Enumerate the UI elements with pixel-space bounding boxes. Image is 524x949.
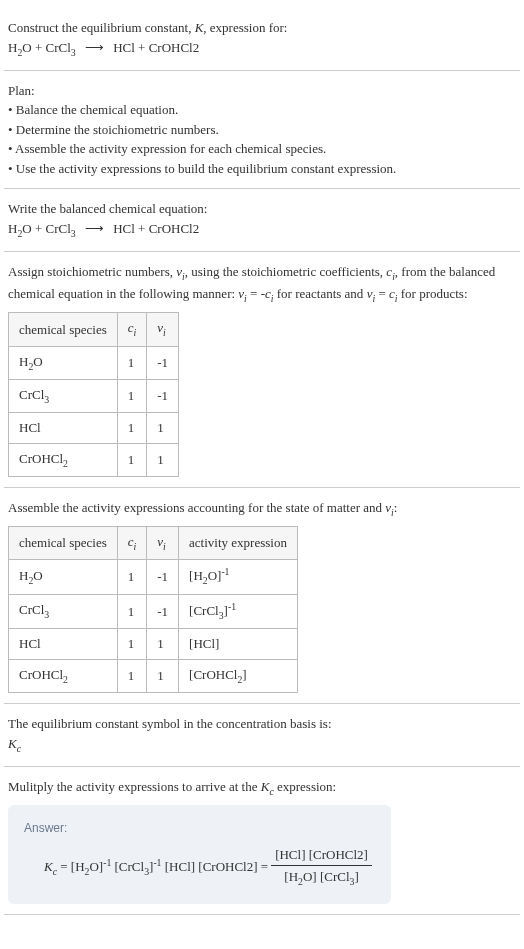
col-species: chemical species [9,313,118,346]
cell-species: HCl [9,413,118,444]
cell-species: CrOHCl2 [9,443,118,476]
cell-species: CrCl3 [9,594,118,629]
stoich-text: Assign stoichiometric numbers, νi, using… [8,262,516,306]
cell-expr: [H2O]-1 [179,560,298,595]
cell-v: 1 [147,629,179,660]
multiply-text: Mulitply the activity expressions to arr… [8,777,516,799]
cell-species: HCl [9,629,118,660]
answer-denominator: [H2O] [CrCl3] [271,866,372,889]
col-vi: νi [147,526,179,559]
cell-c: 1 [117,560,147,595]
activity-table: chemical species ci νi activity expressi… [8,526,298,693]
stoich-section: Assign stoichiometric numbers, νi, using… [4,252,520,488]
balanced-section: Write the balanced chemical equation: H2… [4,189,520,252]
table-row: HCl 1 1 [HCl] [9,629,298,660]
cell-v: -1 [147,594,179,629]
cell-c: 1 [117,346,147,379]
col-vi: νi [147,313,179,346]
answer-box: Answer: Kc = [H2O]-1 [CrCl3]-1 [HCl] [Cr… [8,805,391,904]
col-ci: ci [117,313,147,346]
cell-species: CrCl3 [9,379,118,412]
cell-species: H2O [9,346,118,379]
cell-c: 1 [117,413,147,444]
plan-heading: Plan: [8,81,516,101]
cell-expr: [CrOHCl2] [179,659,298,692]
plan-item: Balance the chemical equation. [8,100,516,120]
cell-c: 1 [117,443,147,476]
table-row: CrCl3 1 -1 [CrCl3]-1 [9,594,298,629]
table-row: H2O 1 -1 [9,346,179,379]
table-row: CrCl3 1 -1 [9,379,179,412]
answer-equation: Kc = [H2O]-1 [CrCl3]-1 [HCl] [CrOHCl2] =… [24,845,375,890]
intro-line: Construct the equilibrium constant, K, e… [8,18,516,38]
answer-label: Answer: [24,819,375,837]
cell-v: -1 [147,346,179,379]
cell-c: 1 [117,594,147,629]
balanced-equation: H2O + CrCl3 ⟶ HCl + CrOHCl2 [8,219,516,241]
cell-v: -1 [147,560,179,595]
cell-v: -1 [147,379,179,412]
cell-species: H2O [9,560,118,595]
activity-text: Assemble the activity expressions accoun… [8,498,516,520]
plan-item: Use the activity expressions to build th… [8,159,516,179]
cell-c: 1 [117,629,147,660]
balanced-heading: Write the balanced chemical equation: [8,199,516,219]
intro-section: Construct the equilibrium constant, K, e… [4,8,520,71]
symbol-text: The equilibrium constant symbol in the c… [8,714,516,734]
table-row: H2O 1 -1 [H2O]-1 [9,560,298,595]
activity-section: Assemble the activity expressions accoun… [4,488,520,704]
table-row: HCl 1 1 [9,413,179,444]
col-ci: ci [117,526,147,559]
cell-expr: [HCl] [179,629,298,660]
cell-v: 1 [147,413,179,444]
cell-c: 1 [117,659,147,692]
col-expr: activity expression [179,526,298,559]
plan-list: Balance the chemical equation. Determine… [8,100,516,178]
plan-section: Plan: Balance the chemical equation. Det… [4,71,520,190]
plan-item: Assemble the activity expression for eac… [8,139,516,159]
multiply-section: Mulitply the activity expressions to arr… [4,767,520,915]
cell-expr: [CrCl3]-1 [179,594,298,629]
table-header-row: chemical species ci νi activity expressi… [9,526,298,559]
intro-equation: H2O + CrCl3 ⟶ HCl + CrOHCl2 [8,38,516,60]
answer-fraction: [HCl] [CrOHCl2] [H2O] [CrCl3] [271,845,372,890]
cell-species: CrOHCl2 [9,659,118,692]
cell-v: 1 [147,443,179,476]
table-header-row: chemical species ci νi [9,313,179,346]
answer-lhs: Kc = [H2O]-1 [CrCl3]-1 [HCl] [CrOHCl2] = [44,856,268,880]
table-row: CrOHCl2 1 1 [9,443,179,476]
table-row: CrOHCl2 1 1 [CrOHCl2] [9,659,298,692]
plan-item: Determine the stoichiometric numbers. [8,120,516,140]
symbol-value: Kc [8,734,516,756]
stoich-table: chemical species ci νi H2O 1 -1 CrCl3 1 … [8,312,179,476]
symbol-section: The equilibrium constant symbol in the c… [4,704,520,767]
col-species: chemical species [9,526,118,559]
cell-c: 1 [117,379,147,412]
cell-v: 1 [147,659,179,692]
answer-numerator: [HCl] [CrOHCl2] [271,845,372,867]
